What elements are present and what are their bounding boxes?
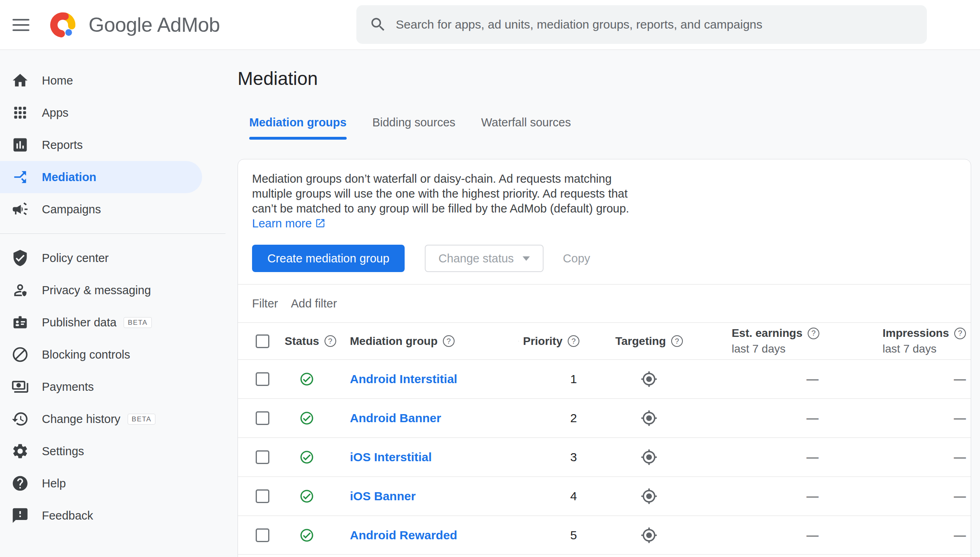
- beta-badge: BETA: [124, 317, 151, 328]
- copy-button[interactable]: Copy: [563, 252, 590, 265]
- home-icon: [11, 72, 29, 89]
- sidebar-item-label: Feedback: [42, 509, 93, 522]
- learn-more-label: Learn more: [252, 217, 312, 230]
- impressions-value: —: [824, 489, 971, 503]
- row-checkbox[interactable]: [256, 528, 269, 542]
- sidebar-item-campaigns[interactable]: Campaigns: [0, 193, 202, 225]
- impressions-value: —: [824, 528, 971, 542]
- sidebar-item-policy-center[interactable]: Policy center: [0, 242, 202, 274]
- help-icon[interactable]: ?: [954, 328, 966, 339]
- row-checkbox[interactable]: [256, 450, 269, 464]
- sidebar-item-reports[interactable]: Reports: [0, 129, 202, 161]
- settings-gear-icon: [11, 442, 29, 460]
- priority-value: 3: [518, 450, 583, 464]
- brand-wordmark: GoogleAdMob: [89, 13, 220, 37]
- mediation-group-link[interactable]: Android Banner: [350, 411, 441, 425]
- sidebar-item-publisher-data[interactable]: Publisher data BETA: [0, 306, 202, 338]
- targeting-icon: [641, 488, 657, 505]
- earnings-value: —: [715, 489, 824, 503]
- sidebar-item-feedback[interactable]: Feedback: [0, 499, 202, 532]
- sidebar-item-label: Settings: [42, 445, 84, 458]
- block-icon: [11, 346, 29, 363]
- sidebar-item-change-history[interactable]: Change history BETA: [0, 403, 202, 435]
- column-header-priority[interactable]: Priority?: [518, 335, 583, 348]
- column-header-status: Status?: [277, 335, 333, 348]
- menu-icon[interactable]: [12, 19, 29, 31]
- search-icon: [369, 16, 387, 33]
- table-row: Android Banner 2 — —: [238, 398, 971, 437]
- table-row: iOS Banner 4 — —: [238, 477, 971, 516]
- mediation-description: Mediation groups don’t waterfall or dais…: [252, 171, 655, 231]
- sidebar-item-home[interactable]: Home: [0, 64, 202, 97]
- help-circle-icon: [11, 474, 29, 492]
- status-active-icon: [299, 371, 314, 387]
- earnings-value: —: [715, 372, 824, 386]
- tab-waterfall-sources[interactable]: Waterfall sources: [481, 116, 571, 140]
- row-checkbox[interactable]: [256, 489, 269, 503]
- help-icon[interactable]: ?: [671, 335, 683, 347]
- mediation-group-link[interactable]: Android Rewarded: [350, 528, 457, 542]
- tab-bidding-sources[interactable]: Bidding sources: [372, 116, 455, 140]
- chevron-down-icon: [523, 256, 530, 261]
- help-icon[interactable]: ?: [443, 335, 455, 347]
- mediation-group-link[interactable]: Android Interstitial: [350, 372, 457, 386]
- learn-more-link[interactable]: Learn more: [252, 217, 326, 230]
- help-icon[interactable]: ?: [808, 328, 819, 339]
- tab-mediation-groups[interactable]: Mediation groups: [249, 116, 347, 140]
- history-clock-icon: [11, 410, 29, 428]
- table-row: Android Rewarded 5 — —: [238, 516, 971, 555]
- help-icon[interactable]: ?: [568, 335, 579, 347]
- column-header-mediation-group: Mediation group?: [333, 335, 518, 348]
- sidebar-item-privacy-messaging[interactable]: Privacy & messaging: [0, 274, 202, 306]
- search-input[interactable]: [396, 18, 915, 31]
- priority-value: 5: [518, 528, 583, 542]
- priority-value: 2: [518, 411, 583, 425]
- sidebar-item-label: Publisher data: [42, 316, 116, 329]
- sidebar-item-label: Privacy & messaging: [42, 284, 151, 297]
- select-all-checkbox[interactable]: [256, 334, 269, 348]
- create-mediation-group-button[interactable]: Create mediation group: [252, 245, 405, 272]
- sidebar-item-label: Blocking controls: [42, 348, 130, 361]
- sidebar-item-label: Campaigns: [42, 203, 101, 216]
- filter-bar: Filter Add filter: [238, 284, 971, 322]
- sidebar-item-apps[interactable]: Apps: [0, 97, 202, 129]
- feedback-comment-icon: [11, 507, 29, 524]
- sidebar-item-blocking-controls[interactable]: Blocking controls: [0, 338, 202, 371]
- sidebar-item-label: Payments: [42, 380, 94, 394]
- sidebar-item-payments[interactable]: Payments: [0, 371, 202, 403]
- status-active-icon: [299, 528, 314, 543]
- sidebar-item-help[interactable]: Help: [0, 467, 202, 499]
- sidebar-item-label: Help: [42, 477, 66, 490]
- sidebar-item-label: Apps: [42, 106, 68, 120]
- person-shield-icon: [11, 281, 29, 299]
- column-header-est-earnings: Est. earnings?last 7 days: [715, 327, 824, 355]
- column-header-impressions: Impressions?last 7 days: [824, 327, 971, 355]
- brand-admob: AdMob: [157, 14, 220, 36]
- earnings-value: —: [715, 450, 824, 464]
- mediation-groups-card: Mediation groups don’t waterfall or dais…: [238, 159, 971, 557]
- sidebar-divider: [0, 233, 225, 234]
- row-checkbox[interactable]: [256, 411, 269, 425]
- mediation-group-link[interactable]: iOS Interstitial: [350, 450, 432, 464]
- change-status-label: Change status: [438, 252, 514, 265]
- table-row: iOS Interstitial 3 — —: [238, 437, 971, 477]
- status-active-icon: [299, 450, 314, 465]
- change-status-button[interactable]: Change status: [425, 245, 544, 272]
- apps-grid-icon: [11, 104, 29, 122]
- app-header: GoogleAdMob: [0, 0, 980, 50]
- sidebar-item-label: Change history: [42, 413, 120, 426]
- add-filter-button[interactable]: Add filter: [291, 297, 337, 310]
- row-checkbox[interactable]: [256, 372, 269, 386]
- admob-logo-icon[interactable]: [48, 10, 78, 40]
- status-active-icon: [299, 411, 314, 426]
- mediation-split-icon: [11, 168, 29, 186]
- table-row: Android Interstitial 1 — —: [238, 359, 971, 398]
- targeting-icon: [641, 410, 657, 427]
- sidebar-item-label: Mediation: [42, 171, 96, 184]
- open-in-new-icon: [315, 218, 326, 229]
- sidebar-item-settings[interactable]: Settings: [0, 435, 202, 467]
- sidebar-item-label: Reports: [42, 138, 83, 152]
- payments-money-icon: [11, 378, 29, 396]
- mediation-group-link[interactable]: iOS Banner: [350, 489, 416, 503]
- sidebar-item-mediation[interactable]: Mediation: [0, 161, 202, 193]
